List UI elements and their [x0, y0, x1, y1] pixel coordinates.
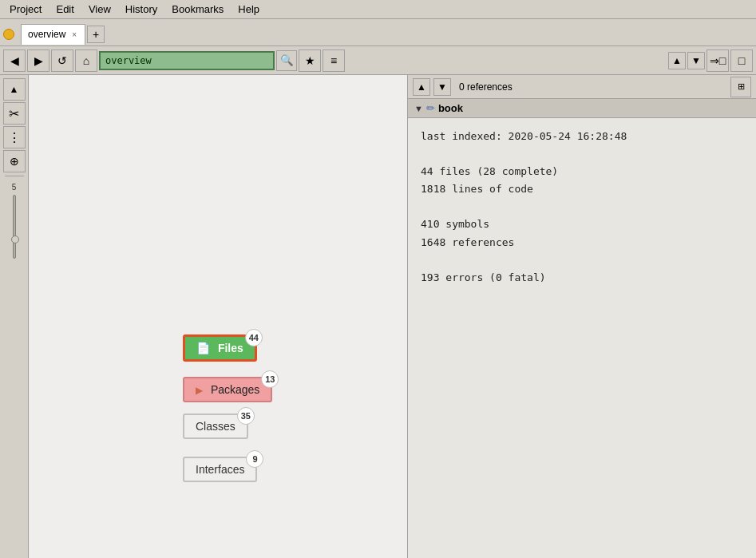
- traffic-light: [3, 29, 14, 40]
- zoom-thumb[interactable]: [11, 235, 19, 243]
- forward-button[interactable]: ▶: [27, 49, 49, 72]
- sidebar-separator: [5, 176, 24, 176]
- reload-button[interactable]: ↺: [51, 49, 73, 72]
- interfaces-node-box: Interfaces 9: [183, 457, 257, 482]
- packages-badge: 13: [261, 370, 279, 388]
- toolbar: ◀ ▶ ↺ ⌂ 🔍 ★ ≡ ▲ ▼ ⇒□ □: [0, 46, 756, 75]
- files-node[interactable]: 📄 Files 44: [183, 334, 257, 362]
- info-line-1: last indexed: 2020-05-24 16:28:48: [421, 128, 743, 145]
- tab-overview[interactable]: overview ×: [21, 24, 85, 45]
- files-badge: 44: [245, 329, 263, 346]
- classes-label: Classes: [196, 420, 236, 433]
- tree-label: book: [438, 102, 463, 114]
- tree-toggle-icon[interactable]: ▼: [414, 104, 423, 113]
- classes-node-box: Classes 35: [183, 414, 248, 439]
- back-button[interactable]: ◀: [3, 49, 26, 72]
- tab-close-button[interactable]: ×: [70, 30, 78, 39]
- search-input[interactable]: [99, 51, 275, 70]
- menu-project[interactable]: Project: [3, 2, 48, 17]
- tab-title: overview: [28, 29, 65, 40]
- right-panel-header: ▲ ▼ 0 references ⊞: [408, 75, 756, 99]
- interfaces-badge: 9: [246, 450, 263, 468]
- zoom-track[interactable]: [13, 195, 16, 259]
- search-box: [99, 51, 275, 70]
- book-icon: ✏: [426, 102, 435, 114]
- menu-view[interactable]: View: [82, 2, 117, 17]
- interfaces-node[interactable]: Interfaces 9: [183, 457, 257, 482]
- tab-add-button[interactable]: +: [87, 26, 105, 43]
- menu-edit[interactable]: Edit: [49, 2, 80, 17]
- classes-node[interactable]: Classes 35: [183, 414, 248, 439]
- home-button[interactable]: ⌂: [75, 49, 97, 72]
- info-line-3: 44 files (28 complete): [421, 163, 743, 180]
- info-line-2: [421, 145, 743, 163]
- zoom-label: 5: [12, 183, 17, 192]
- sidebar-up-button[interactable]: ▲: [3, 78, 26, 101]
- info-content: last indexed: 2020-05-24 16:28:48 44 fil…: [408, 118, 756, 558]
- classes-badge: 35: [237, 407, 255, 425]
- info-line-7: 1648 references: [421, 234, 743, 251]
- sidebar-btn1[interactable]: ⇒□: [707, 49, 729, 72]
- packages-node-box: ▶ Packages 13: [183, 377, 272, 402]
- ref-count: 0 references: [454, 81, 727, 93]
- info-line-6: 410 symbols: [421, 216, 743, 233]
- left-sidebar: ▲ ✂ ⋮ ⊕ 5: [0, 75, 29, 558]
- sidebar-cut-button[interactable]: ✂: [3, 102, 26, 125]
- info-line-4: 1818 lines of code: [421, 180, 743, 198]
- menu-button[interactable]: ≡: [323, 49, 345, 72]
- interfaces-label: Interfaces: [196, 463, 244, 476]
- info-line-8: [421, 251, 743, 269]
- canvas: 📄 Files 44 ▶ Packages 13 Classes 35 Inte…: [29, 75, 407, 558]
- menu-bookmarks[interactable]: Bookmarks: [165, 2, 230, 17]
- menubar: Project Edit View History Bookmarks Help: [0, 0, 756, 19]
- info-line-5: [421, 198, 743, 216]
- menu-help[interactable]: Help: [232, 2, 266, 17]
- right-panel-up-button[interactable]: ▲: [413, 78, 430, 96]
- packages-arrow: ▶: [196, 385, 203, 396]
- panel-up-button[interactable]: ▲: [668, 52, 686, 69]
- favorite-button[interactable]: ★: [299, 49, 321, 72]
- files-label: Files: [218, 342, 243, 354]
- packages-label: Packages: [211, 383, 259, 396]
- panel-action-button[interactable]: ⊞: [730, 77, 751, 97]
- sidebar-share-button[interactable]: ⊕: [3, 150, 26, 172]
- sidebar-btn2[interactable]: □: [730, 49, 753, 72]
- packages-node[interactable]: ▶ Packages 13: [183, 377, 272, 402]
- zoom-control: 5: [12, 183, 17, 262]
- tabbar: overview × +: [0, 19, 756, 46]
- files-icon: 📄: [196, 342, 210, 354]
- main-layout: ▲ ✂ ⋮ ⊕ 5 📄 Files 44 ▶ Packages 13: [0, 75, 756, 558]
- sidebar-split-button[interactable]: ⋮: [3, 126, 26, 148]
- menu-history[interactable]: History: [119, 2, 164, 17]
- right-panel: ▲ ▼ 0 references ⊞ ▼ ✏ book last indexed…: [407, 75, 756, 558]
- right-panel-down-button[interactable]: ▼: [433, 78, 451, 96]
- info-line-9: 193 errors (0 fatal): [421, 269, 743, 287]
- files-node-box: 📄 Files 44: [183, 334, 257, 362]
- search-button[interactable]: 🔍: [276, 50, 297, 71]
- panel-down-button[interactable]: ▼: [687, 52, 705, 69]
- tree-header: ▼ ✏ book: [408, 99, 756, 118]
